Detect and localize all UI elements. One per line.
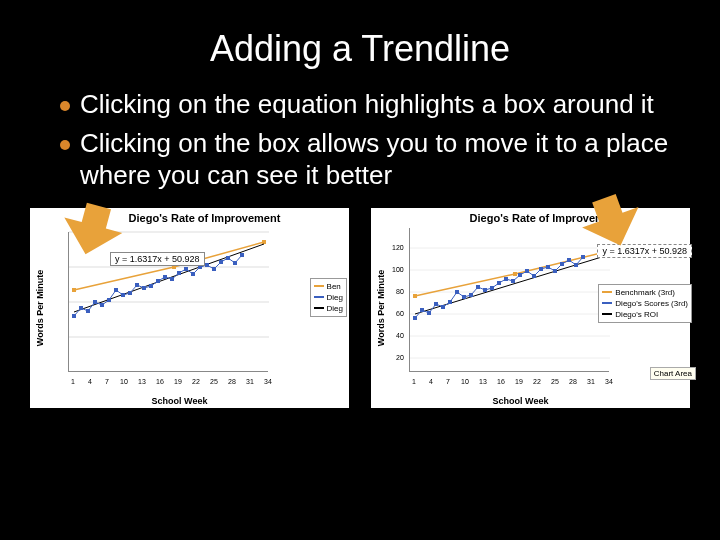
svg-rect-25 [191,272,195,276]
bullet-item: Clicking on the equation highlights a bo… [60,88,670,121]
svg-rect-83 [560,262,564,266]
svg-text:4: 4 [88,378,92,385]
svg-rect-77 [518,273,522,277]
svg-text:25: 25 [551,378,559,385]
svg-text:31: 31 [246,378,254,385]
bullet-text: Clicking on the box allows you to move i… [80,127,670,192]
svg-text:34: 34 [605,378,613,385]
svg-text:20: 20 [396,354,404,361]
svg-rect-32 [240,253,244,257]
legend-item: Diego's ROI [615,309,658,320]
slide-title: Adding a Trendline [0,0,720,88]
svg-rect-13 [107,298,111,302]
charts-container: Diego's Rate of Improvement Words Per Mi… [0,198,720,408]
svg-text:34: 34 [264,378,272,385]
svg-rect-30 [226,256,230,260]
legend-item: Ben [327,281,341,292]
svg-rect-28 [212,267,216,271]
svg-text:16: 16 [156,378,164,385]
svg-rect-65 [434,302,438,306]
svg-rect-79 [532,274,536,278]
svg-rect-85 [574,263,578,267]
svg-text:28: 28 [569,378,577,385]
svg-rect-80 [539,267,543,271]
arrow-down-icon [580,192,660,262]
svg-rect-23 [177,271,181,275]
svg-rect-10 [86,309,90,313]
chart-left[interactable]: Diego's Rate of Improvement Words Per Mi… [30,208,349,408]
bullet-dot-icon [60,101,70,111]
svg-rect-27 [205,263,209,267]
svg-rect-74 [497,281,501,285]
svg-rect-68 [455,290,459,294]
svg-text:80: 80 [396,288,404,295]
bullet-dot-icon [60,140,70,150]
svg-rect-81 [546,265,550,269]
svg-rect-11 [93,300,97,304]
svg-rect-62 [413,316,417,320]
svg-rect-67 [448,300,452,304]
svg-text:1: 1 [71,378,75,385]
svg-rect-75 [504,277,508,281]
svg-text:16: 16 [497,378,505,385]
svg-rect-72 [483,288,487,292]
svg-rect-84 [567,258,571,262]
svg-marker-45 [60,200,127,262]
legend-item: Dieg [327,292,343,303]
svg-rect-69 [462,295,466,299]
svg-rect-76 [511,279,515,283]
svg-rect-66 [441,305,445,309]
svg-rect-63 [420,308,424,312]
legend-item: Dieg [327,303,343,314]
svg-text:28: 28 [228,378,236,385]
svg-text:100: 100 [392,266,404,273]
svg-rect-12 [100,303,104,307]
y-axis-label: Words Per Minute [35,269,45,345]
svg-rect-9 [79,306,83,310]
bullet-text: Clicking on the equation highlights a bo… [80,88,654,121]
svg-rect-15 [121,293,125,297]
svg-rect-24 [184,267,188,271]
svg-rect-82 [553,269,557,273]
svg-text:19: 19 [515,378,523,385]
svg-text:19: 19 [174,378,182,385]
svg-rect-73 [490,286,494,290]
x-axis-label: School Week [411,396,630,406]
svg-rect-70 [469,293,473,297]
svg-text:22: 22 [192,378,200,385]
svg-rect-17 [135,283,139,287]
bullet-item: Clicking on the box allows you to move i… [60,127,670,192]
svg-text:60: 60 [396,310,404,317]
svg-rect-29 [219,260,223,264]
svg-text:10: 10 [120,378,128,385]
svg-rect-20 [156,279,160,283]
svg-text:25: 25 [210,378,218,385]
legend-item: Diego's Scores (3rd) [615,298,688,309]
svg-rect-22 [170,277,174,281]
svg-text:7: 7 [446,378,450,385]
svg-text:31: 31 [587,378,595,385]
svg-text:10: 10 [461,378,469,385]
bullet-list: Clicking on the equation highlights a bo… [0,88,720,192]
svg-marker-99 [580,192,649,256]
svg-text:40: 40 [396,332,404,339]
svg-rect-58 [413,294,417,298]
svg-text:4: 4 [429,378,433,385]
svg-rect-4 [72,288,76,292]
svg-rect-19 [149,284,153,288]
x-axis-label: School Week [70,396,289,406]
chart-area-tooltip: Chart Area [650,367,696,380]
chart-legend: Benchmark (3rd) Diego's Scores (3rd) Die… [598,284,692,324]
chart-legend: Ben Dieg Dieg [310,278,347,318]
svg-rect-14 [114,288,118,292]
plot-area: 12010080604020 147101316192225283134 [409,228,609,372]
legend-item: Benchmark (3rd) [615,287,675,298]
svg-text:13: 13 [479,378,487,385]
svg-rect-21 [163,275,167,279]
svg-text:13: 13 [138,378,146,385]
svg-text:22: 22 [533,378,541,385]
svg-rect-71 [476,285,480,289]
svg-rect-16 [128,291,132,295]
chart-right[interactable]: Diego's Rate of Improvement Words Per Mi… [371,208,690,408]
arrow-down-icon [60,200,140,270]
